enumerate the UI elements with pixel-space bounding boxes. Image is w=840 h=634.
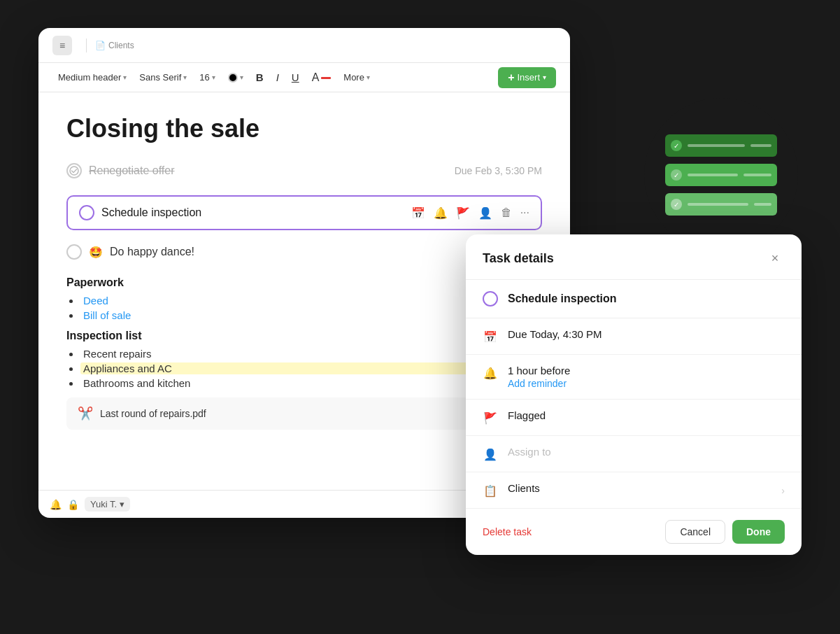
color-selector[interactable]: ▾ xyxy=(222,70,249,85)
panel-task-name-row: Schedule inspection xyxy=(466,280,802,318)
calendar-icon: 📅 xyxy=(483,329,498,344)
size-selector[interactable]: 16 ▾ xyxy=(194,69,220,85)
bold-button[interactable]: B xyxy=(250,69,269,86)
circle-line-short-1 xyxy=(750,144,771,147)
font-color-icon: A xyxy=(312,71,320,84)
panel-task-name: Schedule inspection xyxy=(508,293,617,305)
pending-task-text: Do happy dance! xyxy=(110,246,194,258)
panel-flag-label: Flagged xyxy=(508,409,785,421)
deed-link[interactable]: Deed xyxy=(83,295,108,307)
panel-title: Task details xyxy=(483,251,554,266)
heading-chevron: ▾ xyxy=(123,73,127,81)
circle-row-2: ✓ xyxy=(665,164,777,186)
circle-illustration: ✓ ✓ ✓ xyxy=(644,98,798,252)
insert-label: Insert xyxy=(517,72,540,83)
size-chevron: ▾ xyxy=(212,73,215,81)
active-task-row[interactable]: Schedule inspection 📅 🔔 🚩 👤 🗑 ··· xyxy=(66,195,542,230)
breadcrumb-icon: 📄 xyxy=(95,41,106,50)
panel-header: Task details × xyxy=(466,234,802,280)
bell-action-icon[interactable]: 🔔 xyxy=(434,206,448,220)
circle-check-1: ✓ xyxy=(671,140,682,151)
font-color-button[interactable]: A xyxy=(306,69,337,87)
breadcrumb-text: Clients xyxy=(108,41,134,50)
task-details-panel: Task details × Schedule inspection 📅 Due… xyxy=(466,234,802,555)
task-action-icons: 📅 🔔 🚩 👤 🗑 ··· xyxy=(411,206,529,220)
circle-check-3: ✓ xyxy=(671,199,682,210)
panel-location-label: Clients xyxy=(508,482,771,494)
font-color-underline xyxy=(321,77,331,79)
pending-task-circle xyxy=(66,244,82,260)
flag-icon: 🚩 xyxy=(483,410,498,425)
insert-button[interactable]: + Insert ▾ xyxy=(498,67,556,88)
location-icon: 📋 xyxy=(483,483,498,498)
user-name: Yuki T. xyxy=(90,499,117,509)
top-bar-divider xyxy=(86,38,87,52)
file-name: Last round of repairs.pdf xyxy=(100,408,206,419)
trash-action-icon[interactable]: 🗑 xyxy=(501,206,512,219)
panel-flag-row: 🚩 Flagged xyxy=(466,400,802,436)
more-button[interactable]: More ▾ xyxy=(338,69,376,85)
circle-line-short-3 xyxy=(754,203,771,206)
insert-plus: + xyxy=(508,71,514,84)
panel-location-row[interactable]: 📋 Clients › xyxy=(466,472,802,509)
document-title: Closing the sale xyxy=(66,113,542,143)
bill-of-sale-link[interactable]: Bill of sale xyxy=(83,309,131,321)
active-task-circle xyxy=(79,205,94,220)
heading-label: Medium header xyxy=(58,72,121,83)
panel-reminder-row: 🔔 1 hour before Add reminder xyxy=(466,355,802,400)
lock-status-icon: 🔒 xyxy=(67,499,79,510)
italic-button[interactable]: I xyxy=(271,69,285,86)
delete-task-button[interactable]: Delete task xyxy=(483,526,532,537)
footer-action-buttons: Cancel Done xyxy=(665,520,785,544)
bell-icon: 🔔 xyxy=(483,365,498,381)
font-label: Sans Serif xyxy=(139,72,181,83)
app-logo: ≡ xyxy=(52,36,72,55)
due-date-text: Due Feb 3, 5:30 PM xyxy=(455,165,542,176)
flag-action-icon[interactable]: 🚩 xyxy=(456,206,470,220)
more-chevron: ▾ xyxy=(366,73,370,81)
circle-line-3 xyxy=(688,203,748,206)
panel-assign-row[interactable]: 👤 Assign to xyxy=(466,436,802,472)
heading-selector[interactable]: Medium header ▾ xyxy=(52,69,132,85)
color-chevron: ▾ xyxy=(240,73,243,81)
circle-row-1: ✓ xyxy=(665,134,777,157)
completed-task-text: Renegotiate offer xyxy=(89,164,174,177)
assign-icon: 👤 xyxy=(483,446,498,462)
user-badge[interactable]: Yuki T. ▾ xyxy=(85,497,130,512)
panel-reminder-sub[interactable]: Add reminder xyxy=(508,378,785,389)
circle-line-2 xyxy=(688,174,738,176)
breadcrumb: 📄 Clients xyxy=(95,41,134,50)
done-button[interactable]: Done xyxy=(732,520,785,544)
top-bar: ≡ 📄 Clients xyxy=(38,28,570,63)
assign-action-icon[interactable]: 👤 xyxy=(478,206,492,220)
panel-flag-content: Flagged xyxy=(508,409,785,423)
font-chevron: ▾ xyxy=(183,73,187,81)
completed-task-row: Renegotiate offer Due Feb 3, 5:30 PM xyxy=(66,160,542,181)
underline-button[interactable]: U xyxy=(286,69,305,86)
pending-task-emoji: 🤩 xyxy=(89,246,103,259)
file-icon: ✂️ xyxy=(78,406,93,421)
more-label: More xyxy=(343,72,364,83)
completed-check-icon xyxy=(66,163,82,178)
user-chevron: ▾ xyxy=(120,499,124,509)
panel-due-content: Due Today, 4:30 PM xyxy=(508,328,785,341)
cancel-button[interactable]: Cancel xyxy=(665,520,725,544)
close-panel-button[interactable]: × xyxy=(765,248,785,268)
location-chevron: › xyxy=(781,485,785,496)
panel-assign-content: Assign to xyxy=(508,446,785,458)
panel-due-row: 📅 Due Today, 4:30 PM xyxy=(466,318,802,355)
active-task-text: Schedule inspection xyxy=(101,206,404,219)
circle-line-short-2 xyxy=(743,174,771,176)
font-selector[interactable]: Sans Serif ▾ xyxy=(134,69,192,85)
calendar-action-icon[interactable]: 📅 xyxy=(411,206,425,220)
color-dot xyxy=(228,73,238,83)
bell-status-icon: 🔔 xyxy=(50,499,62,510)
circle-row-3: ✓ xyxy=(665,193,777,216)
more-action-icon[interactable]: ··· xyxy=(520,206,529,219)
size-label: 16 xyxy=(199,72,209,83)
panel-assign-placeholder: Assign to xyxy=(508,446,785,458)
insert-chevron: ▾ xyxy=(543,73,546,81)
format-toolbar: Medium header ▾ Sans Serif ▾ 16 ▾ ▾ B I … xyxy=(38,63,570,92)
panel-task-circle xyxy=(483,291,498,307)
panel-footer: Delete task Cancel Done xyxy=(466,509,802,555)
